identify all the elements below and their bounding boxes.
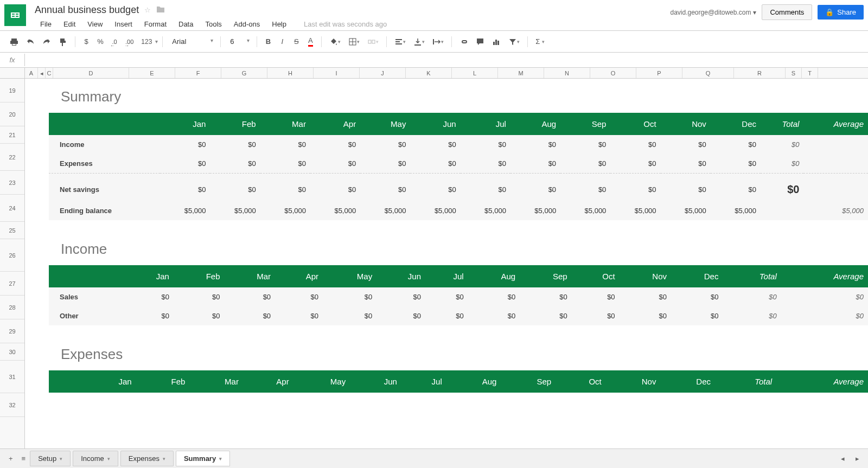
cell[interactable]: $0	[410, 178, 460, 201]
table-header-month[interactable]: Apr	[275, 265, 323, 287]
col-header[interactable]: K	[406, 68, 452, 78]
cell[interactable]: $0	[461, 154, 510, 174]
cell[interactable]: $5,000	[160, 201, 210, 220]
sheet-tab-summary[interactable]: Summary▾	[176, 451, 230, 454]
add-sheet-button[interactable]: +	[4, 452, 17, 454]
decrease-decimal-button[interactable]: .0←	[108, 36, 121, 47]
table-header-month[interactable]: Jun	[350, 370, 401, 393]
cell-total[interactable]: $0	[723, 306, 781, 325]
font-size-select[interactable]: 6	[225, 35, 252, 48]
vertical-align-button[interactable]: ▾	[410, 35, 428, 48]
table-header-month[interactable]: May	[293, 370, 350, 393]
strikethrough-button[interactable]: S	[290, 35, 303, 48]
text-wrap-button[interactable]: ▾	[429, 35, 447, 48]
table-header-month[interactable]: Nov	[620, 265, 671, 287]
cell[interactable]: $0	[572, 287, 620, 306]
cell[interactable]: $5,000	[461, 201, 510, 220]
col-header[interactable]: L	[452, 68, 498, 78]
cell-total[interactable]: $0	[761, 154, 803, 174]
col-header[interactable]: H	[267, 68, 314, 78]
cell[interactable]: $0	[520, 287, 571, 306]
functions-button[interactable]: Σ▾	[532, 35, 548, 48]
sheets-logo[interactable]	[4, 4, 26, 26]
cell[interactable]: $0	[661, 178, 711, 201]
table-header-month[interactable]: Mar	[189, 370, 243, 393]
row-label[interactable]: Sales	[49, 287, 125, 306]
table-header-blank[interactable]	[49, 265, 125, 287]
cell[interactable]: $0	[360, 178, 410, 201]
menu-edit[interactable]: Edit	[58, 18, 81, 30]
row-label[interactable]: Income	[49, 135, 160, 154]
italic-button[interactable]: I	[276, 35, 289, 48]
table-header-month[interactable]: Mar	[260, 113, 310, 135]
share-button[interactable]: 🔒 Share	[818, 5, 864, 20]
folder-icon[interactable]	[156, 5, 165, 15]
menu-help[interactable]: Help	[266, 18, 292, 30]
table-header-month[interactable]: Mar	[225, 265, 276, 287]
col-header[interactable]: J	[360, 68, 406, 78]
more-formats-button[interactable]: 123	[138, 36, 155, 48]
cell[interactable]: $0	[125, 287, 174, 306]
increase-decimal-button[interactable]: .00→	[122, 36, 137, 47]
row-header[interactable]: 28	[0, 296, 24, 319]
cell[interactable]: $0	[225, 287, 276, 306]
row-header[interactable]: 31	[0, 361, 24, 393]
table-header-month[interactable]: May	[360, 113, 410, 135]
cell[interactable]: $5,000	[610, 201, 660, 220]
col-header[interactable]: G	[221, 68, 267, 78]
table-header-month[interactable]: Aug	[468, 265, 520, 287]
cell[interactable]: $5,000	[711, 201, 761, 220]
col-header[interactable]: P	[636, 68, 682, 78]
cell[interactable]: $0	[260, 154, 310, 174]
col-header[interactable]: C	[46, 68, 53, 78]
table-header-month[interactable]: Jul	[461, 113, 510, 135]
insert-chart-button[interactable]	[489, 35, 504, 48]
cell-average[interactable]: $0	[781, 306, 868, 325]
table-header-blank[interactable]	[49, 113, 160, 135]
table-header-month[interactable]: Jan	[85, 370, 136, 393]
row-header[interactable]: 29	[0, 319, 24, 343]
table-header-month[interactable]: Sep	[520, 265, 571, 287]
cell[interactable]: $0	[510, 135, 560, 154]
table-header-month[interactable]: Feb	[210, 113, 260, 135]
cell[interactable]: $0	[310, 178, 360, 201]
table-header-blank[interactable]	[49, 370, 85, 393]
row-header[interactable]: 32	[0, 393, 24, 417]
table-header-average[interactable]: Average	[803, 113, 868, 135]
menu-tools[interactable]: Tools	[200, 18, 227, 30]
table-header-month[interactable]: Jun	[410, 113, 460, 135]
table-header-month[interactable]: Dec	[711, 113, 761, 135]
row-header[interactable]: 30	[0, 343, 24, 361]
fill-color-button[interactable]: ▾	[326, 35, 344, 48]
cell[interactable]: $0	[310, 154, 360, 174]
table-header-month[interactable]: Jan	[125, 265, 174, 287]
cell[interactable]: $0	[210, 135, 260, 154]
col-header[interactable]: N	[544, 68, 590, 78]
table-header-month[interactable]: Feb	[174, 265, 225, 287]
scroll-right-icon[interactable]: ▸	[851, 452, 864, 454]
text-color-button[interactable]: A	[304, 34, 317, 49]
insert-comment-button[interactable]	[473, 35, 488, 48]
table-header-month[interactable]: Sep	[501, 370, 556, 393]
cell[interactable]: $0	[560, 178, 610, 201]
cell-total[interactable]	[761, 201, 803, 220]
table-header-month[interactable]: May	[323, 265, 376, 287]
formula-input[interactable]	[25, 54, 868, 66]
row-header[interactable]: 19	[0, 79, 24, 102]
cell[interactable]: $0	[560, 135, 610, 154]
cell[interactable]: $0	[671, 287, 723, 306]
cell[interactable]: $0	[275, 306, 323, 325]
row-header[interactable]: 26	[0, 239, 24, 272]
comments-button[interactable]: Comments	[762, 4, 812, 20]
cell[interactable]: $0	[174, 306, 225, 325]
col-header[interactable]: R	[734, 68, 786, 78]
cell[interactable]: $0	[310, 135, 360, 154]
cell[interactable]: $5,000	[260, 201, 310, 220]
row-header[interactable]: 23	[0, 171, 24, 195]
cell[interactable]: $0	[360, 154, 410, 174]
col-header[interactable]: D	[53, 68, 129, 78]
scroll-left-icon[interactable]: ◂	[837, 452, 849, 454]
table-header-month[interactable]: Feb	[136, 370, 190, 393]
cell[interactable]: $0	[125, 306, 174, 325]
borders-button[interactable]: ▾	[345, 35, 363, 48]
